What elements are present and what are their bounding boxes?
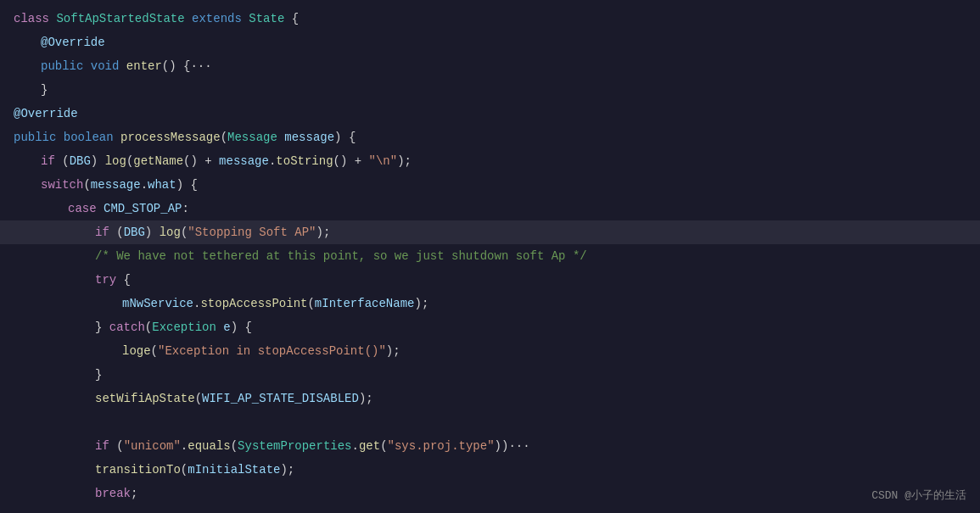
loge-close: );	[386, 344, 400, 358]
keyword-extends: extends	[192, 12, 249, 25]
fn-getName: getName	[133, 154, 183, 168]
kw-break: break	[95, 487, 131, 500]
paren-pm: (	[221, 131, 227, 144]
code-line-17: setWifiApState(WIFI_AP_STATE_DISABLED);	[0, 387, 980, 410]
class-name: SoftApStartedState	[56, 12, 192, 25]
equals-paren: (	[231, 439, 238, 453]
keyword-class: class	[14, 12, 56, 25]
code-line-8: switch(message.what) {	[0, 173, 980, 197]
get-paren: (	[380, 439, 387, 453]
code-line-6: public boolean processMessage(Message me…	[0, 125, 980, 149]
brace-close-2: }	[95, 368, 102, 382]
setWifi-close: );	[359, 392, 373, 405]
break-semi: ;	[131, 487, 137, 500]
str-unicom: "unicom"	[124, 439, 181, 453]
kw-void: void	[91, 59, 126, 73]
var-message: message	[219, 154, 269, 168]
fn-stopAccessPoint: stopAccessPoint	[200, 297, 307, 310]
get-close: ))	[495, 439, 509, 453]
code-line-19: if ("unicom".equals(SystemProperties.get…	[0, 434, 980, 458]
stopAP-paren: (	[307, 297, 314, 310]
brace-open: {	[284, 12, 299, 25]
kw-if-1: if	[41, 154, 62, 168]
trans-paren: (	[181, 463, 188, 477]
code-line-21: break;	[0, 482, 980, 505]
dot-equals: .	[181, 439, 188, 453]
dot-what: .	[141, 178, 148, 192]
try-brace: {	[124, 273, 131, 287]
str-newline: "\n"	[369, 154, 398, 168]
log1-close: );	[397, 154, 412, 168]
trans-close: );	[280, 463, 294, 477]
fn-get: get	[359, 439, 380, 453]
var-mNwService: mNwService	[122, 297, 193, 310]
annotation-override-2: @Override	[14, 107, 78, 120]
str-stopping: "Stopping Soft AP"	[188, 226, 316, 239]
code-line-12: try {	[0, 268, 980, 292]
code-line-14: } catch(Exception e) {	[0, 315, 980, 339]
catch-paren: (	[145, 321, 152, 334]
class-sysprop: SystemProperties	[238, 439, 351, 453]
code-container: class SoftApStartedState extends State {…	[0, 0, 980, 513]
code-line-16: }	[0, 363, 980, 387]
paren-if3: (	[116, 439, 123, 453]
param-mInterfaceName: mInterfaceName	[315, 297, 415, 310]
code-line-7: if (DBG) log(getName() + message.toStrin…	[0, 149, 980, 173]
kw-boolean: boolean	[64, 131, 120, 144]
type-message: Message	[227, 131, 284, 144]
kw-if-3: if	[95, 439, 116, 453]
kw-try: try	[95, 273, 124, 287]
setWifi-paren: (	[195, 392, 202, 405]
fn-equals: equals	[188, 439, 230, 453]
paren-if1: (	[62, 154, 69, 168]
log2-close: );	[316, 226, 331, 239]
loge-paren: (	[151, 344, 158, 358]
code-line-15: loge("Exception in stopAccessPoint()");	[0, 339, 980, 363]
dots-if3: ···	[508, 439, 529, 453]
dot-get: .	[352, 439, 359, 453]
code-line-10: if (DBG) log("Stopping Soft AP");	[0, 220, 980, 244]
var-message-what: message	[91, 178, 141, 192]
watermark-text: CSDN @小子的生活	[871, 489, 966, 502]
fn-toString: toString	[276, 154, 333, 168]
empty-line	[95, 415, 102, 429]
comment-tethered: /* We have not tethered at this point, s…	[95, 249, 587, 263]
type-exception: Exception	[152, 321, 223, 334]
code-line-1: class SoftApStartedState extends State {	[0, 7, 980, 31]
const-wifi-state: WIFI_AP_STATE_DISABLED	[202, 392, 359, 405]
paren-if2-close: )	[145, 226, 160, 239]
code-line-5: @Override	[0, 102, 980, 125]
prop-what: what	[148, 178, 176, 192]
colon-case: :	[182, 202, 188, 215]
catch-paren-close: ) {	[231, 321, 252, 334]
kw-case: case	[68, 202, 104, 215]
kw-public-2: public	[14, 131, 64, 144]
param-message: message	[284, 131, 334, 144]
fn-setWifiApState: setWifiApState	[95, 392, 195, 405]
str-sysproj: "sys.proj.type"	[388, 439, 495, 453]
str-exception: "Exception in stopAccessPoint()"	[158, 344, 386, 358]
code-line-20: transitionTo(mInitialState);	[0, 458, 980, 482]
dots-enter: ···	[190, 59, 211, 73]
fn-enter: enter	[126, 59, 162, 73]
paren-if2: (	[116, 226, 123, 239]
switch-paren: (	[83, 178, 90, 192]
paren-enter: () {	[162, 59, 191, 73]
log2-paren: (	[181, 226, 188, 239]
dot-toString: .	[269, 154, 276, 168]
paren-if1-close: )	[91, 154, 105, 168]
const-cmd-stop-ap: CMD_STOP_AP	[104, 202, 182, 215]
brace-close-1: }	[41, 83, 48, 97]
fn-transitionTo: transitionTo	[95, 463, 181, 477]
fn-loge: loge	[122, 344, 151, 358]
var-e: e	[223, 321, 230, 334]
kw-if-2: if	[95, 226, 116, 239]
var-mInitialState: mInitialState	[188, 463, 280, 477]
annotation-override-1: @Override	[41, 36, 105, 49]
dot-stopAP: .	[193, 297, 200, 310]
var-dbg-1: DBG	[70, 154, 91, 168]
class-state: State	[249, 12, 284, 25]
kw-switch: switch	[41, 178, 83, 192]
code-line-2: @Override	[0, 31, 980, 54]
kw-catch: catch	[109, 321, 145, 334]
